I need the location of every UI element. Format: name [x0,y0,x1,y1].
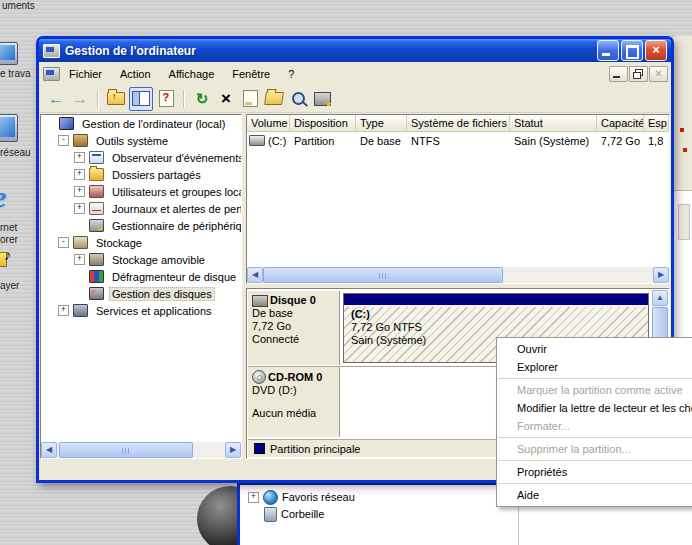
red-mark [683,148,687,152]
menu-fenetre[interactable]: Fenêtre [223,65,279,83]
menu-aide[interactable]: ? [279,65,303,83]
device-manager-icon [89,219,104,232]
context-menu-item-ouvrir[interactable]: Ouvrir [497,340,692,358]
menu-separator [498,378,692,379]
tree-item-event-viewer[interactable]: + Observateur d'événements [41,149,241,166]
close-button[interactable]: × [645,40,667,61]
partition-label: (C:) [351,308,426,321]
partition-context-menu: Ouvrir Explorer Marquer la partition com… [496,337,692,507]
child-restore-button[interactable] [629,66,648,82]
explorer-tree-item-recycle-bin[interactable]: Corbeille [262,506,324,522]
collapse-icon[interactable]: - [58,135,69,146]
explorer-tree-item-network[interactable]: + Favoris réseau [248,489,355,505]
menu-bar: Fichier Action Affichage Fenêtre ? × [39,62,671,86]
tree-item-services-applications[interactable]: + Services et applications [41,302,241,319]
up-folder-button[interactable]: ↑ [105,88,127,110]
expand-icon[interactable]: + [74,254,85,265]
maximize-button[interactable] [621,40,643,61]
manage-computer-button[interactable] [311,88,333,110]
context-menu-item-modifier-lettre[interactable]: Modifier la lettre de lecteur et les che… [497,399,692,417]
tree-item-shared-folders[interactable]: + Dossiers partagés [41,166,241,183]
scroll-right-arrow[interactable]: ▶ [225,442,241,458]
expand-icon[interactable]: + [74,203,85,214]
desktop-icon-label-documents[interactable]: uments [2,0,35,11]
title-bar[interactable]: Gestion de l'ordinateur × [39,39,671,62]
my-computer-icon [0,42,18,65]
menu-affichage[interactable]: Affichage [160,65,224,83]
app-icon [43,44,60,58]
scrollbar-thumb[interactable] [59,442,193,458]
column-header-volume[interactable]: Volume [247,115,290,132]
minimize-button[interactable] [597,40,619,61]
red-mark [680,128,684,132]
open-folder-button[interactable] [263,88,285,110]
context-menu-item-aide[interactable]: Aide [497,486,692,504]
tree-item-disk-defragmenter[interactable]: Défragmenteur de disque [41,268,241,285]
cdrom-info-box[interactable]: CD-ROM 0 DVD (D:) Aucun média [248,367,340,437]
scrollbar-thumb[interactable] [263,267,503,283]
disk-defragmenter-icon [89,270,104,283]
shared-folders-icon [89,168,104,181]
tree-item-computer-management[interactable]: Gestion de l'ordinateur (local) [41,115,241,132]
console-icon [43,67,60,81]
column-header-espace[interactable]: Esp [644,115,669,132]
context-menu-item-proprietes[interactable]: Propriétés [497,463,692,481]
menu-separator [498,483,692,484]
view-button[interactable] [287,88,309,110]
context-menu-item-marquer-active: Marquer la partition comme active [497,381,692,399]
expander-icon[interactable]: + [248,492,259,503]
back-button[interactable]: ← [45,88,67,110]
toolbar-separator [97,90,99,108]
tree-item-local-users-groups[interactable]: + Utilisateurs et groupes locau [41,183,241,200]
volume-icon [249,135,265,146]
tree-horizontal-scrollbar[interactable]: ◀ ▶ [41,442,241,458]
expand-icon[interactable]: + [74,169,85,180]
child-close-button[interactable]: × [649,66,668,82]
child-minimize-button[interactable] [609,66,628,82]
tree-item-storage[interactable]: - Stockage [41,234,241,251]
scroll-left-arrow[interactable]: ◀ [41,442,57,458]
menu-fichier[interactable]: Fichier [60,65,111,83]
tree-item-removable-storage[interactable]: + Stockage amovible [41,251,241,268]
legend-label: Partition principale [270,443,361,455]
volume-list-pane: Volume Disposition Type Système de fichi… [246,114,670,284]
music-note-icon: ♪ [4,246,12,263]
desktop-icon-label: rnet [0,222,17,233]
desktop-icon-label: ayer [0,280,19,291]
help-pages-button[interactable]: ? [155,88,177,110]
context-menu-item-explorer[interactable]: Explorer [497,358,692,376]
expand-icon[interactable]: + [74,152,85,163]
tree-item-disk-management[interactable]: Gestion des disques [41,285,241,302]
help-pages-icon: ? [159,90,174,107]
refresh-button[interactable]: ↻ [191,88,213,110]
primary-partition-color-swatch [254,443,265,454]
internet-explorer-icon: e [0,180,6,214]
column-header-disposition[interactable]: Disposition [290,115,356,132]
explorer-item-label: Favoris réseau [282,491,355,503]
tree-item-performance-logs[interactable]: + Journaux et alertes de perfo [41,200,241,217]
tree-item-device-manager[interactable]: Gestionnaire de périphérique [41,217,241,234]
collapse-icon[interactable]: - [58,237,69,248]
scroll-left-arrow[interactable]: ◀ [247,267,263,283]
column-header-filesystem[interactable]: Système de fichiers [407,115,510,132]
context-menu-item-supprimer: Supprimer la partition... [497,440,692,458]
expand-icon[interactable]: + [58,305,69,316]
properties-button[interactable] [239,88,261,110]
menu-separator [498,460,692,461]
delete-button[interactable]: × [215,88,237,110]
menu-action[interactable]: Action [111,65,160,83]
column-header-capacite[interactable]: Capacité [597,115,644,132]
scroll-up-arrow[interactable]: ▲ [652,290,668,306]
scroll-right-arrow[interactable]: ▶ [653,267,669,283]
tree-item-system-tools[interactable]: - Outils système [41,132,241,149]
manage-computer-icon [314,92,331,106]
disk0-info-box[interactable]: Disque 0 De base 7,72 Go Connecté [248,291,340,365]
column-header-type[interactable]: Type [356,115,407,132]
volume-row-c[interactable]: (C:) Partition De base NTFS Sain (Systèm… [247,132,669,149]
forward-button[interactable]: → [69,88,91,110]
column-header-statut[interactable]: Statut [510,115,597,132]
primary-partition-band [344,294,648,307]
expand-icon[interactable]: + [74,186,85,197]
show-hide-console-tree-button[interactable] [129,87,153,111]
volume-list-horizontal-scrollbar[interactable]: ◀ ▶ [247,267,669,283]
